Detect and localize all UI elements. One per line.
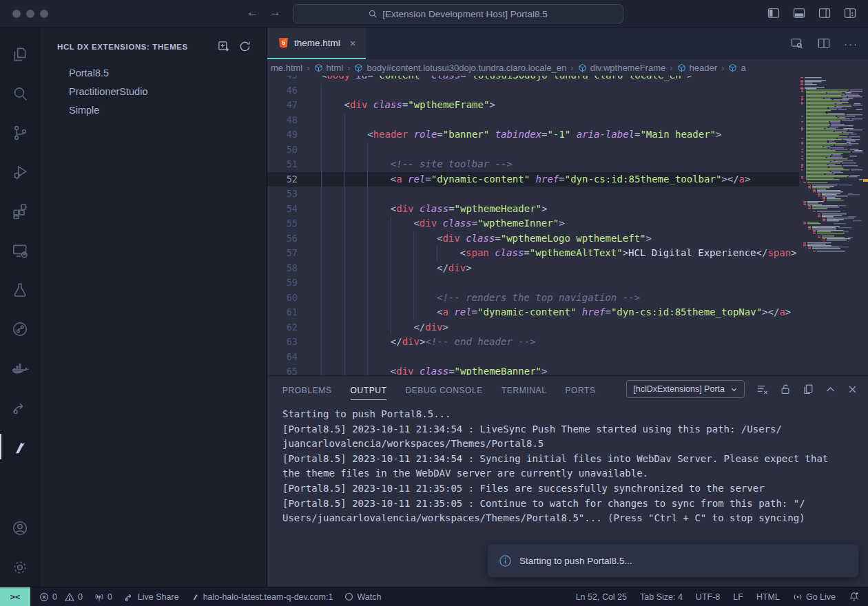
live-share-status[interactable]: Live Share xyxy=(124,592,179,602)
panel-tab-ports[interactable]: PORTS xyxy=(565,378,595,400)
line-number: 65 xyxy=(267,364,298,375)
open-preview-icon[interactable] xyxy=(790,36,804,50)
testing-beaker-icon[interactable] xyxy=(0,270,40,309)
tab-size-status[interactable]: Tab Size: 4 xyxy=(640,592,683,602)
panel-tab-problems[interactable]: PROBLEMS xyxy=(282,378,332,400)
cursor-position-status[interactable]: Ln 52, Col 25 xyxy=(576,592,627,602)
code-line-63[interactable]: 63</div><!-- end header --> xyxy=(267,335,799,350)
panel-tab-terminal[interactable]: TERMINAL xyxy=(502,378,546,400)
panel-tab-debug-console[interactable]: DEBUG CONSOLE xyxy=(405,378,483,400)
code-line-49[interactable]: 49<header role="banner" tabindex="-1" ar… xyxy=(267,127,799,143)
code-line-45[interactable]: 45<body id="content" class="lotusui30doj… xyxy=(267,76,799,83)
more-actions-icon[interactable]: ··· xyxy=(844,38,858,50)
git-graph-icon[interactable] xyxy=(0,309,40,348)
breadcrumbs: me.html›html›body#content.lotusui30dojo.… xyxy=(267,59,868,76)
breadcrumb-item[interactable]: me.html xyxy=(271,63,302,73)
settings-gear-icon[interactable] xyxy=(0,547,40,587)
open-output-in-editor-icon[interactable] xyxy=(802,383,814,395)
search-sidebar-icon[interactable] xyxy=(0,74,40,113)
minimap[interactable] xyxy=(799,77,862,253)
code-line-55[interactable]: 55<div class="wpthemeInner"> xyxy=(267,216,799,231)
import-theme-icon[interactable] xyxy=(217,40,230,53)
toggle-panel-icon[interactable] xyxy=(792,6,806,20)
toggle-sidebar-icon[interactable] xyxy=(767,6,781,20)
problems-status[interactable]: 0 0 xyxy=(39,592,83,602)
code-line-65[interactable]: 65<div class="wpthemeBanner"> xyxy=(267,364,799,375)
theme-item-portal8.5[interactable]: Portal8.5 xyxy=(40,64,267,83)
close-window-icon[interactable] xyxy=(12,10,21,18)
clear-output-icon[interactable] xyxy=(756,383,769,396)
minimize-window-icon[interactable] xyxy=(26,10,34,18)
notifications-bell[interactable] xyxy=(849,592,859,602)
code-line-64[interactable]: 64 xyxy=(267,350,799,365)
eol-status[interactable]: LF xyxy=(733,592,743,602)
refresh-icon[interactable] xyxy=(238,40,251,53)
breadcrumb-item[interactable]: a xyxy=(728,63,745,73)
code-line-60[interactable]: 60<!-- renders the top navigation --> xyxy=(267,291,799,306)
go-live-status[interactable]: Go Live xyxy=(793,592,836,602)
notification-toast[interactable]: Starting to push Portal8.5... xyxy=(488,544,858,577)
accounts-icon[interactable] xyxy=(0,508,40,547)
line-number: 46 xyxy=(267,83,298,98)
code-line-52[interactable]: 52<a rel="dynamic-content" href="dyn-cs:… xyxy=(267,172,799,187)
code-line-50[interactable]: 50 xyxy=(267,143,799,158)
zoom-window-icon[interactable] xyxy=(40,10,48,18)
code-line-61[interactable]: 61<a rel="dynamic-content" href="dyn-cs:… xyxy=(267,305,799,320)
breadcrumb-item[interactable]: div.wpthemeFrame xyxy=(578,63,666,73)
sidebar-title: HCL DX EXTENSIONS: THEMES xyxy=(57,43,217,51)
command-center-search[interactable]: [Extension Development Host] Portal8.5 xyxy=(293,4,623,23)
explorer-icon[interactable] xyxy=(0,34,40,74)
docker-icon[interactable] xyxy=(0,348,40,388)
window-controls[interactable] xyxy=(12,10,48,18)
customize-layout-icon[interactable] xyxy=(843,6,857,20)
remote-host-label: halo-halo-latest.team-q-dev.com:1 xyxy=(203,592,333,602)
remote-indicator[interactable]: >< xyxy=(0,587,30,606)
extensions-icon[interactable] xyxy=(0,191,40,231)
code-line-48[interactable]: 48 xyxy=(267,113,799,128)
theme-item-simple[interactable]: Simple xyxy=(40,101,267,120)
code-line-62[interactable]: 62</div> xyxy=(267,320,799,335)
code-line-58[interactable]: 58</div> xyxy=(267,261,799,276)
remote-host-status[interactable]: halo-halo-latest.team-q-dev.com:1 xyxy=(191,592,333,602)
output-channel-select[interactable]: [hclDxExtensions] Porta xyxy=(626,380,745,398)
code-line-54[interactable]: 54<div class="wpthemeHeader"> xyxy=(267,202,799,217)
chevron-down-icon xyxy=(730,386,738,393)
code-line-46[interactable]: 46 xyxy=(267,83,799,98)
breadcrumb-item[interactable]: body#content.lotusui30dojo.tundra.claro.… xyxy=(354,63,566,73)
language-mode-status[interactable]: HTML xyxy=(756,592,780,602)
live-share-sidebar-icon[interactable] xyxy=(0,388,40,427)
code-line-53[interactable]: 53 xyxy=(267,187,799,202)
theme-item-practitionerstudio[interactable]: PractitionerStudio xyxy=(40,83,267,101)
line-number: 52 xyxy=(267,172,298,187)
maximize-panel-icon[interactable] xyxy=(825,384,836,395)
watch-label: Watch xyxy=(357,592,381,602)
code-line-57[interactable]: 57<span class="wpthemeAltText">HCL Digit… xyxy=(267,246,799,261)
code-line-56[interactable]: 56<div class="wpthemeLogo wpthemeLeft"> xyxy=(267,231,799,247)
breadcrumb-item[interactable]: header xyxy=(677,63,717,73)
tab-close-icon[interactable]: × xyxy=(350,37,356,49)
ports-status[interactable]: 0 xyxy=(94,592,112,602)
toggle-secondary-sidebar-icon[interactable] xyxy=(818,6,831,20)
symbol-cube-icon xyxy=(578,63,587,72)
unlock-icon[interactable] xyxy=(779,383,792,395)
back-icon[interactable]: ← xyxy=(247,6,258,19)
code-line-59[interactable]: 59 xyxy=(267,275,799,291)
hcl-dx-extensions-icon[interactable] xyxy=(0,427,40,466)
encoding-status[interactable]: UTF-8 xyxy=(696,592,720,602)
tab-theme-html[interactable]: 5 theme.html × xyxy=(267,28,366,59)
forward-icon[interactable]: → xyxy=(269,6,281,19)
source-control-icon[interactable] xyxy=(0,113,40,152)
line-number: 48 xyxy=(267,113,298,128)
code-line-51[interactable]: 51<!-- site toolbar --> xyxy=(267,157,799,172)
watch-status[interactable]: Watch xyxy=(344,592,381,602)
breadcrumb-item[interactable]: html xyxy=(314,63,344,73)
output-line: Starting to push Portal8.5... xyxy=(282,407,868,422)
run-and-debug-icon[interactable] xyxy=(0,152,40,191)
remote-explorer-icon[interactable] xyxy=(0,231,40,270)
output-line: Users/juancarlovalencia/workspaces/Theme… xyxy=(282,511,868,526)
split-editor-icon[interactable] xyxy=(817,36,831,50)
code-line-47[interactable]: 47<div class="wpthemeFrame"> xyxy=(267,98,799,113)
close-panel-icon[interactable] xyxy=(847,384,858,395)
code-editor[interactable]: 45<body id="content" class="lotusui30doj… xyxy=(267,76,868,375)
panel-tab-output[interactable]: OUTPUT xyxy=(351,378,387,400)
